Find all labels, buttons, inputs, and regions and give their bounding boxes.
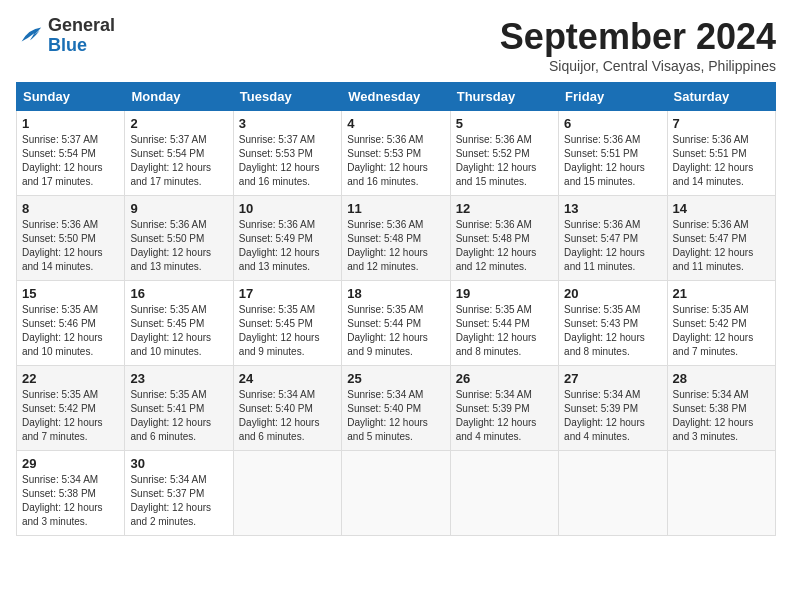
- calendar-cell: 3Sunrise: 5:37 AM Sunset: 5:53 PM Daylig…: [233, 111, 341, 196]
- day-number: 17: [239, 286, 336, 301]
- day-number: 19: [456, 286, 553, 301]
- day-number: 16: [130, 286, 227, 301]
- day-cell-text: Sunrise: 5:35 AM Sunset: 5:42 PM Dayligh…: [673, 303, 770, 359]
- day-number: 6: [564, 116, 661, 131]
- calendar-cell: 23Sunrise: 5:35 AM Sunset: 5:41 PM Dayli…: [125, 366, 233, 451]
- day-number: 30: [130, 456, 227, 471]
- day-cell-text: Sunrise: 5:35 AM Sunset: 5:46 PM Dayligh…: [22, 303, 119, 359]
- day-cell-text: Sunrise: 5:36 AM Sunset: 5:52 PM Dayligh…: [456, 133, 553, 189]
- week-row-4: 22Sunrise: 5:35 AM Sunset: 5:42 PM Dayli…: [17, 366, 776, 451]
- day-cell-text: Sunrise: 5:35 AM Sunset: 5:41 PM Dayligh…: [130, 388, 227, 444]
- day-number: 5: [456, 116, 553, 131]
- day-cell-text: Sunrise: 5:37 AM Sunset: 5:53 PM Dayligh…: [239, 133, 336, 189]
- calendar-cell: 4Sunrise: 5:36 AM Sunset: 5:53 PM Daylig…: [342, 111, 450, 196]
- weekday-header-friday: Friday: [559, 83, 667, 111]
- header-section: General Blue September 2024 Siquijor, Ce…: [16, 16, 776, 74]
- day-cell-text: Sunrise: 5:34 AM Sunset: 5:39 PM Dayligh…: [564, 388, 661, 444]
- day-number: 7: [673, 116, 770, 131]
- calendar-cell: [667, 451, 775, 536]
- week-row-1: 1Sunrise: 5:37 AM Sunset: 5:54 PM Daylig…: [17, 111, 776, 196]
- day-number: 20: [564, 286, 661, 301]
- logo-bird-icon: [16, 22, 44, 50]
- day-cell-text: Sunrise: 5:34 AM Sunset: 5:39 PM Dayligh…: [456, 388, 553, 444]
- calendar-cell: 28Sunrise: 5:34 AM Sunset: 5:38 PM Dayli…: [667, 366, 775, 451]
- calendar-cell: [559, 451, 667, 536]
- day-cell-text: Sunrise: 5:36 AM Sunset: 5:47 PM Dayligh…: [564, 218, 661, 274]
- subtitle: Siquijor, Central Visayas, Philippines: [500, 58, 776, 74]
- logo-blue: Blue: [48, 35, 87, 55]
- month-title: September 2024: [500, 16, 776, 58]
- logo: General Blue: [16, 16, 115, 56]
- day-number: 29: [22, 456, 119, 471]
- calendar-cell: 2Sunrise: 5:37 AM Sunset: 5:54 PM Daylig…: [125, 111, 233, 196]
- calendar-cell: 1Sunrise: 5:37 AM Sunset: 5:54 PM Daylig…: [17, 111, 125, 196]
- day-cell-text: Sunrise: 5:35 AM Sunset: 5:43 PM Dayligh…: [564, 303, 661, 359]
- weekday-header-tuesday: Tuesday: [233, 83, 341, 111]
- day-number: 25: [347, 371, 444, 386]
- calendar-cell: 9Sunrise: 5:36 AM Sunset: 5:50 PM Daylig…: [125, 196, 233, 281]
- calendar-cell: 15Sunrise: 5:35 AM Sunset: 5:46 PM Dayli…: [17, 281, 125, 366]
- calendar-cell: 20Sunrise: 5:35 AM Sunset: 5:43 PM Dayli…: [559, 281, 667, 366]
- day-cell-text: Sunrise: 5:34 AM Sunset: 5:40 PM Dayligh…: [347, 388, 444, 444]
- day-number: 4: [347, 116, 444, 131]
- day-number: 1: [22, 116, 119, 131]
- calendar-cell: 14Sunrise: 5:36 AM Sunset: 5:47 PM Dayli…: [667, 196, 775, 281]
- day-cell-text: Sunrise: 5:36 AM Sunset: 5:48 PM Dayligh…: [456, 218, 553, 274]
- day-cell-text: Sunrise: 5:35 AM Sunset: 5:42 PM Dayligh…: [22, 388, 119, 444]
- calendar-cell: 24Sunrise: 5:34 AM Sunset: 5:40 PM Dayli…: [233, 366, 341, 451]
- day-cell-text: Sunrise: 5:36 AM Sunset: 5:53 PM Dayligh…: [347, 133, 444, 189]
- day-cell-text: Sunrise: 5:35 AM Sunset: 5:45 PM Dayligh…: [130, 303, 227, 359]
- calendar-cell: 25Sunrise: 5:34 AM Sunset: 5:40 PM Dayli…: [342, 366, 450, 451]
- day-number: 21: [673, 286, 770, 301]
- week-row-3: 15Sunrise: 5:35 AM Sunset: 5:46 PM Dayli…: [17, 281, 776, 366]
- day-cell-text: Sunrise: 5:35 AM Sunset: 5:44 PM Dayligh…: [456, 303, 553, 359]
- calendar-cell: 16Sunrise: 5:35 AM Sunset: 5:45 PM Dayli…: [125, 281, 233, 366]
- calendar-cell: [233, 451, 341, 536]
- day-number: 26: [456, 371, 553, 386]
- calendar-cell: 12Sunrise: 5:36 AM Sunset: 5:48 PM Dayli…: [450, 196, 558, 281]
- calendar-cell: 21Sunrise: 5:35 AM Sunset: 5:42 PM Dayli…: [667, 281, 775, 366]
- calendar-cell: 17Sunrise: 5:35 AM Sunset: 5:45 PM Dayli…: [233, 281, 341, 366]
- calendar-cell: 27Sunrise: 5:34 AM Sunset: 5:39 PM Dayli…: [559, 366, 667, 451]
- calendar-cell: 13Sunrise: 5:36 AM Sunset: 5:47 PM Dayli…: [559, 196, 667, 281]
- day-number: 15: [22, 286, 119, 301]
- day-cell-text: Sunrise: 5:36 AM Sunset: 5:50 PM Dayligh…: [22, 218, 119, 274]
- calendar-cell: 26Sunrise: 5:34 AM Sunset: 5:39 PM Dayli…: [450, 366, 558, 451]
- day-number: 2: [130, 116, 227, 131]
- day-cell-text: Sunrise: 5:34 AM Sunset: 5:38 PM Dayligh…: [673, 388, 770, 444]
- day-number: 3: [239, 116, 336, 131]
- weekday-header-thursday: Thursday: [450, 83, 558, 111]
- day-cell-text: Sunrise: 5:37 AM Sunset: 5:54 PM Dayligh…: [22, 133, 119, 189]
- day-number: 11: [347, 201, 444, 216]
- calendar-cell: [450, 451, 558, 536]
- calendar-cell: 30Sunrise: 5:34 AM Sunset: 5:37 PM Dayli…: [125, 451, 233, 536]
- logo-general: General: [48, 15, 115, 35]
- logo-text-block: General Blue: [48, 16, 115, 56]
- day-number: 10: [239, 201, 336, 216]
- day-cell-text: Sunrise: 5:37 AM Sunset: 5:54 PM Dayligh…: [130, 133, 227, 189]
- calendar-cell: 7Sunrise: 5:36 AM Sunset: 5:51 PM Daylig…: [667, 111, 775, 196]
- day-cell-text: Sunrise: 5:36 AM Sunset: 5:48 PM Dayligh…: [347, 218, 444, 274]
- calendar-cell: 22Sunrise: 5:35 AM Sunset: 5:42 PM Dayli…: [17, 366, 125, 451]
- weekday-header-saturday: Saturday: [667, 83, 775, 111]
- calendar-cell: 8Sunrise: 5:36 AM Sunset: 5:50 PM Daylig…: [17, 196, 125, 281]
- day-number: 14: [673, 201, 770, 216]
- calendar-cell: 29Sunrise: 5:34 AM Sunset: 5:38 PM Dayli…: [17, 451, 125, 536]
- day-number: 27: [564, 371, 661, 386]
- day-number: 12: [456, 201, 553, 216]
- day-cell-text: Sunrise: 5:36 AM Sunset: 5:49 PM Dayligh…: [239, 218, 336, 274]
- calendar-cell: 11Sunrise: 5:36 AM Sunset: 5:48 PM Dayli…: [342, 196, 450, 281]
- day-cell-text: Sunrise: 5:34 AM Sunset: 5:40 PM Dayligh…: [239, 388, 336, 444]
- calendar-cell: 10Sunrise: 5:36 AM Sunset: 5:49 PM Dayli…: [233, 196, 341, 281]
- calendar-cell: 5Sunrise: 5:36 AM Sunset: 5:52 PM Daylig…: [450, 111, 558, 196]
- day-number: 8: [22, 201, 119, 216]
- week-row-5: 29Sunrise: 5:34 AM Sunset: 5:38 PM Dayli…: [17, 451, 776, 536]
- day-number: 23: [130, 371, 227, 386]
- calendar-cell: 6Sunrise: 5:36 AM Sunset: 5:51 PM Daylig…: [559, 111, 667, 196]
- weekday-header-monday: Monday: [125, 83, 233, 111]
- calendar-cell: 18Sunrise: 5:35 AM Sunset: 5:44 PM Dayli…: [342, 281, 450, 366]
- day-number: 24: [239, 371, 336, 386]
- calendar-cell: [342, 451, 450, 536]
- day-number: 18: [347, 286, 444, 301]
- logo-wordmark: General Blue: [48, 16, 115, 56]
